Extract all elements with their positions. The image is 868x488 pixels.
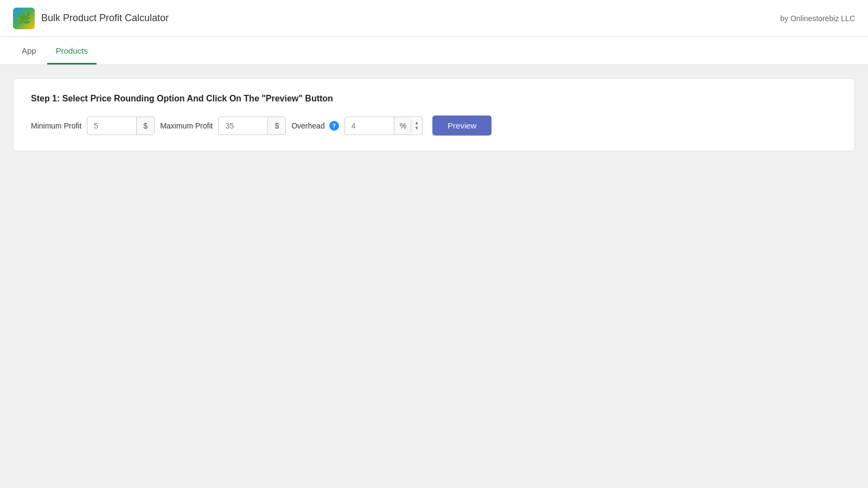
tab-app[interactable]: App [13, 38, 45, 65]
minimum-profit-unit: $ [136, 117, 154, 134]
controls-row: Minimum Profit $ Maximum Profit $ Overhe… [31, 115, 837, 136]
maximum-profit-input-group: $ [218, 117, 286, 135]
maximum-profit-input[interactable] [219, 117, 267, 134]
app-title: Bulk Product Profit Calculator [41, 12, 169, 24]
spinner-down[interactable]: ▼ [414, 126, 419, 131]
overhead-input-group: % ▲ ▼ [344, 117, 423, 135]
overhead-wrapper: Overhead ? [291, 121, 339, 131]
overhead-unit: % [394, 117, 411, 134]
minimum-profit-label: Minimum Profit [31, 121, 81, 130]
app-header: 🌿 Bulk Product Profit Calculator by Onli… [0, 0, 868, 37]
step-title: Step 1: Select Price Rounding Option And… [31, 94, 837, 104]
overhead-spinner[interactable]: ▲ ▼ [411, 119, 422, 132]
calculator-card: Step 1: Select Price Rounding Option And… [13, 78, 855, 151]
header-byline: by Onlinestorebiz LLC [780, 14, 855, 23]
preview-button[interactable]: Preview [432, 115, 492, 136]
maximum-profit-unit: $ [267, 117, 285, 134]
tab-products[interactable]: Products [47, 38, 97, 65]
app-icon: 🌿 [13, 8, 35, 29]
overhead-help-icon[interactable]: ? [329, 121, 339, 131]
overhead-input[interactable] [345, 117, 394, 134]
main-nav: App Products [0, 37, 868, 65]
maximum-profit-label: Maximum Profit [160, 121, 213, 130]
overhead-label: Overhead [291, 121, 324, 130]
minimum-profit-input-group: $ [87, 117, 155, 135]
spinner-up[interactable]: ▲ [414, 120, 419, 126]
main-content: Step 1: Select Price Rounding Option And… [0, 65, 868, 488]
header-left: 🌿 Bulk Product Profit Calculator [13, 8, 169, 29]
minimum-profit-input[interactable] [87, 117, 136, 134]
